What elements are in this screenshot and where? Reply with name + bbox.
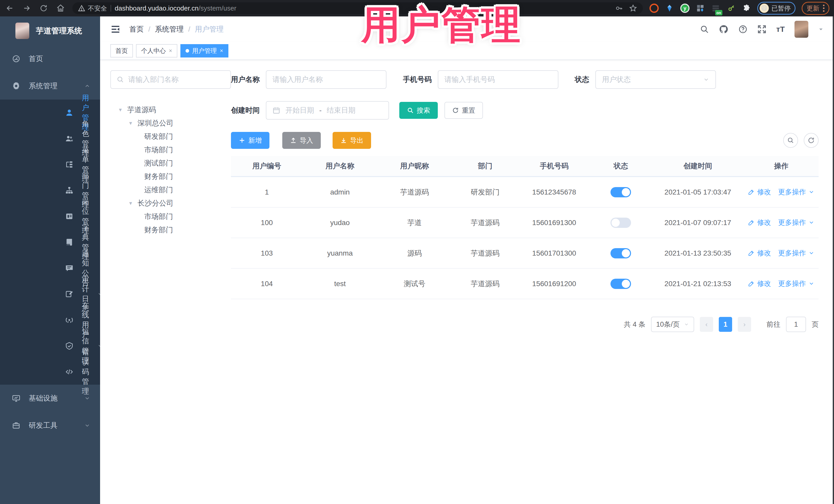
edit-icon [748, 219, 755, 226]
extension-key-green-icon[interactable] [726, 4, 736, 13]
sidebar-item-home[interactable]: 首页 [0, 45, 100, 72]
col-header: 用户编号 [231, 161, 303, 171]
tree-node[interactable]: 研发部门 [110, 130, 231, 143]
tree-node[interactable]: 财务部门 [110, 223, 231, 237]
back-icon[interactable] [5, 3, 15, 13]
address-bar[interactable]: 不安全 dashboard.yudao.iocoder.cn/system/us… [72, 2, 643, 14]
sidebar-collapse-icon[interactable] [110, 24, 120, 35]
caret-down-icon[interactable]: ▾ [127, 120, 134, 127]
extension-on-badge-icon[interactable]: on [711, 4, 720, 13]
status-toggle[interactable] [611, 248, 631, 258]
edit-link[interactable]: 修改 [757, 279, 771, 288]
total-count: 共 4 条 [624, 320, 645, 329]
toggle-search-button[interactable] [783, 133, 798, 148]
url-text[interactable]: dashboard.yudao.iocoder.cn/system/user [115, 4, 236, 12]
reset-button[interactable]: 重置 [444, 102, 483, 119]
key-icon[interactable] [615, 4, 623, 12]
edit-link[interactable]: 修改 [757, 248, 771, 258]
more-actions-link[interactable]: 更多操作 [778, 187, 806, 197]
col-header: 操作 [744, 161, 819, 171]
tree-node[interactable]: 市场部门 [110, 210, 231, 223]
sidebar-item-dev-tools[interactable]: 研发工具 [0, 412, 100, 439]
browser-menu-icon[interactable] [823, 5, 825, 12]
user-avatar[interactable] [794, 21, 808, 38]
extension-gem-icon[interactable] [665, 4, 674, 13]
chevron-down-icon [84, 422, 90, 429]
table-row: 104 test 测试号 芋道源码 15601691200 2021-01-21… [231, 269, 819, 299]
add-button[interactable]: 新增 [231, 132, 269, 149]
extension-orange-icon[interactable] [650, 4, 659, 13]
org-tree-icon [65, 186, 74, 195]
current-page-button[interactable]: 1 [719, 317, 732, 332]
refresh-table-button[interactable] [804, 133, 819, 148]
gear-icon [12, 82, 21, 90]
app-title: 芋道管理系统 [36, 26, 82, 36]
mobile-input[interactable]: 请输入手机号码 [438, 70, 558, 89]
app-logo[interactable]: 芋道管理系统 [0, 17, 100, 45]
sidebar-item-label: 研发工具 [29, 421, 76, 430]
browser-update-button[interactable]: 更新 [802, 2, 829, 15]
edit-link[interactable]: 修改 [757, 187, 771, 197]
github-icon[interactable] [719, 24, 728, 34]
page-size-select[interactable]: 10条/页 [651, 317, 694, 332]
more-actions-link[interactable]: 更多操作 [778, 248, 806, 258]
book-icon [65, 238, 74, 246]
status-toggle[interactable] [611, 279, 631, 289]
search-button[interactable]: 搜索 [399, 102, 438, 119]
tree-node[interactable]: 运维部门 [110, 183, 231, 197]
status-toggle[interactable] [611, 187, 631, 197]
next-page-button[interactable]: › [738, 317, 751, 332]
puzzle-icon[interactable] [742, 4, 751, 13]
username-input[interactable]: 请输入用户名称 [266, 70, 387, 89]
close-icon[interactable]: × [169, 47, 172, 54]
chevron-up-icon [84, 83, 90, 89]
tree-node[interactable]: ▾长沙分公司 [110, 197, 231, 210]
sidebar-item-error-code[interactable]: 错误码管理 [0, 359, 100, 385]
logo-image [15, 23, 29, 39]
status-toggle[interactable] [611, 218, 631, 228]
help-icon[interactable] [738, 25, 748, 34]
edit-link[interactable]: 修改 [757, 218, 771, 227]
browser-toolbar: 不安全 dashboard.yudao.iocoder.cn/system/us… [0, 0, 834, 17]
upload-icon [290, 137, 297, 144]
more-actions-link[interactable]: 更多操作 [778, 218, 806, 227]
col-header: 部门 [452, 161, 518, 171]
breadcrumb-home[interactable]: 首页 [129, 24, 144, 34]
edit-icon [748, 280, 755, 287]
bookmark-star-icon[interactable] [629, 4, 637, 12]
caret-down-icon[interactable]: ▾ [117, 107, 124, 113]
import-button[interactable]: 导入 [282, 132, 321, 149]
caret-down-icon[interactable]: ▾ [127, 200, 134, 206]
tree-node[interactable]: 测试部门 [110, 156, 231, 170]
prev-page-button[interactable]: ‹ [700, 317, 713, 332]
export-button[interactable]: 导出 [333, 132, 371, 149]
update-label: 更新 [807, 4, 819, 13]
date-range-picker[interactable]: 开始日期 - 结束日期 [266, 101, 389, 119]
font-size-icon[interactable]: ᴛT [776, 25, 785, 34]
extension-green-y-icon[interactable]: y [680, 4, 689, 13]
reload-icon[interactable] [39, 3, 49, 13]
tab-home[interactable]: 首页 [110, 44, 133, 58]
fullscreen-icon[interactable] [757, 25, 767, 34]
caret-down-icon[interactable] [818, 26, 824, 32]
table-row: 1 admin 芋道源码 研发部门 15612345678 2021-01-05… [231, 177, 819, 207]
tab-user-mgmt[interactable]: 用户管理 × [180, 44, 228, 58]
dept-search-input[interactable]: 请输入部门名称 [110, 70, 231, 89]
not-secure-badge[interactable]: 不安全 [78, 4, 107, 13]
edit-icon [748, 189, 755, 195]
extension-grid-icon[interactable] [696, 4, 705, 13]
more-actions-link[interactable]: 更多操作 [778, 279, 806, 288]
status-select[interactable]: 用户状态 [595, 70, 716, 89]
tab-profile[interactable]: 个人中心 × [136, 44, 177, 58]
goto-page-input[interactable] [786, 317, 806, 332]
tree-node[interactable]: 财务部门 [110, 170, 231, 183]
tree-node[interactable]: 市场部门 [110, 143, 231, 156]
close-icon[interactable]: × [220, 47, 223, 54]
breadcrumb-system[interactable]: 系统管理 [155, 24, 184, 34]
browser-profile-badge[interactable]: 😄 已暂停 [757, 2, 795, 15]
header-search-icon[interactable] [700, 25, 709, 34]
home-icon[interactable] [56, 3, 66, 13]
tree-node[interactable]: ▾芋道源码 [110, 103, 231, 116]
tree-node[interactable]: ▾深圳总公司 [110, 116, 231, 130]
forward-icon[interactable] [22, 3, 32, 13]
